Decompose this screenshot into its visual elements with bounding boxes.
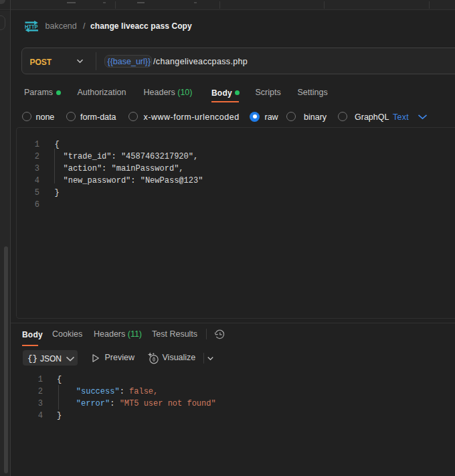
svg-text:HTTP: HTTP bbox=[25, 23, 38, 30]
